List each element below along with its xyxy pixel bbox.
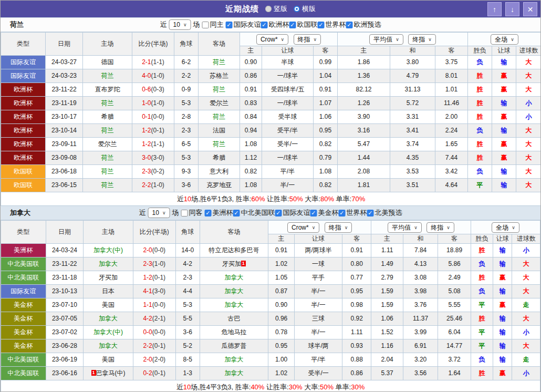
away-team: 古巴 [200,312,268,326]
away-team: 荷兰 [199,138,240,151]
league-filter-checkbox[interactable]: ✓世界杯 [317,20,346,29]
odds-home: 1.08 [240,179,262,192]
league-filter-checkbox[interactable]: ✓国际友谊 [225,20,261,29]
fulltime-score: 2-3 [142,168,151,175]
league-filter-label: 北美预选 [374,208,402,218]
league-badge: 美金杯 [1,326,46,339]
avg-draw: 6.91 [403,339,438,353]
league-filter-label: 欧洲预选 [353,20,381,29]
team-text: 苏格兰 [210,72,228,79]
match-date: 23-11-18 [46,271,84,285]
sub-header-goals: 进球数 [516,46,541,56]
match-count-select[interactable]: 10∨ [169,19,191,30]
radio-unselected-icon [265,6,272,12]
handicap-line: 受四球半/五 [262,83,314,97]
team-text: 荷兰 [213,113,225,120]
layout-radio-vertical[interactable]: 竖版 [265,4,287,14]
league-badge: 欧洲杯 [1,97,46,110]
col-header-corner: 角球 [175,221,200,244]
sub-header-away-odds: 客 [314,46,338,56]
close-icon: ✕ [527,5,534,14]
odds-home: 0.91 [240,83,262,97]
team-text: 荷兰 [213,58,225,66]
league-badge: 国际友谊 [1,285,46,298]
checkbox-checked-icon: ✓ [204,210,211,216]
result-wdl: 负 [471,285,493,298]
table-row: 中北美国联23-11-18牙买加1-2(0-1)2-3加拿大1.05平手0.77… [1,271,540,285]
league-filter-checkbox[interactable]: ✓欧洲预选 [346,20,381,29]
avg-home: 2.08 [338,165,390,179]
odds-source-select[interactable]: Crow*∨ [287,222,319,233]
games-label: 场 [172,208,179,218]
result-wdl: 平 [471,326,493,339]
match-count-select[interactable]: 10∨ [148,208,170,218]
table-row: 欧洲杯23-10-14荷兰1-2(0-1)2-3法国0.94受平/半0.953.… [1,124,541,138]
same-venue-checkbox[interactable]: 同客 [181,208,202,218]
league-filter-checkbox[interactable]: ✓中北美国联 [233,208,275,218]
avg-away: 2.24 [435,124,468,138]
corner-score: 5-2 [175,339,200,353]
team-section-2: 加拿大 近 10∨ 场 同客 ✓美洲杯✓中北美国联✓国际友谊✓美金杯✓世界杯✓北… [1,206,540,392]
league-filter-checkbox[interactable]: ✓欧洲杯 [261,20,289,29]
same-venue-label: 同客 [189,208,202,218]
avg-away: 5.86 [438,257,471,271]
odds-source-select[interactable]: Crow*∨ [256,34,288,45]
avg-home: 82.12 [338,83,390,97]
scroll-up-button[interactable]: ↑ [487,2,502,16]
team-text: 加拿大 [224,274,243,281]
avg-home: 5.47 [338,138,390,151]
home-team: 希腊 [83,110,132,124]
final-odds-select-2[interactable]: 终指∨ [426,222,454,233]
avg-draw: 3.98 [403,285,438,298]
avg-away: 1.65 [435,138,468,151]
avg-home: 1.26 [338,97,390,110]
league-filter-checkbox[interactable]: ✓欧国联 [289,20,317,29]
odds-dropdown-group: Crow*∨ 终指∨ [268,221,371,234]
halftime-score: (2-0) [152,356,165,363]
fulltime-score: 2-1 [142,58,151,66]
match-score: 1-0(1-0) [132,97,174,110]
team-text: 荷兰 [101,154,114,161]
league-filter-checkbox[interactable]: ✓国际友谊 [275,208,310,218]
result-handicap: 赢 [492,110,516,124]
match-date: 24-03-27 [46,56,83,69]
corner-score: 5-3 [174,97,199,110]
close-button[interactable]: ✕ [523,2,537,16]
halftime-score: (1-0) [151,99,164,107]
result-wdl: 平 [468,179,492,192]
team-text: 古巴 [227,315,240,322]
scope-select[interactable]: 全场∨ [492,222,519,233]
scroll-down-button[interactable]: ↓ [505,2,519,16]
final-odds-select[interactable]: 终指∨ [325,222,352,233]
match-score: 1-1(0-0) [133,298,175,312]
league-filter-checkbox[interactable]: ✓北美预选 [367,208,402,218]
table-row: 美金杯23-07-05加拿大4-2(2-1)5-5古巴0.96三球0.921.0… [1,312,540,326]
average-odds-select[interactable]: 平均值∨ [388,222,422,233]
result-goals: 小 [516,97,541,110]
same-venue-checkbox[interactable]: 同主 [202,20,223,29]
table-row: 欧国联23-06-15荷兰2-2(1-0)3-6克罗地亚1.08半/一0.821… [1,179,541,192]
odds-home: 0.83 [240,97,262,110]
result-handicap: 输 [492,97,516,110]
average-odds-select[interactable]: 平均值∨ [369,34,403,45]
match-score: 3-0(3-0) [132,151,174,165]
checkbox-checked-icon: ✓ [310,210,317,216]
layout-radio-horizontal[interactable]: 横版 [294,4,316,14]
league-filter-checkbox[interactable]: ✓美洲杯 [204,208,233,218]
filter-controls: 近 10∨ 场 同主 ✓国际友谊✓欧洲杯✓欧国联✓世界杯✓欧洲预选 [160,19,381,30]
away-team: 牙买加1 [200,257,268,271]
league-filter-checkbox[interactable]: ✓世界杯 [338,208,367,218]
match-date: 23-07-02 [46,326,84,339]
team-text: 危地马拉 [221,328,246,336]
final-odds-select[interactable]: 终指∨ [294,34,321,45]
result-handicap: 赢 [492,138,516,151]
match-date: 23-10-17 [46,110,83,124]
red-card-badge: 1 [241,261,246,266]
league-filter-checkbox[interactable]: ✓美金杯 [310,208,338,218]
sub-header-avg-away: 客 [438,234,471,244]
final-odds-select-2[interactable]: 终指∨ [408,34,436,45]
team-text: 德国 [101,58,114,66]
corner-score: 0-9 [174,83,199,97]
scope-select[interactable]: 全场∨ [491,34,518,45]
fulltime-score: 3-0 [142,154,151,161]
